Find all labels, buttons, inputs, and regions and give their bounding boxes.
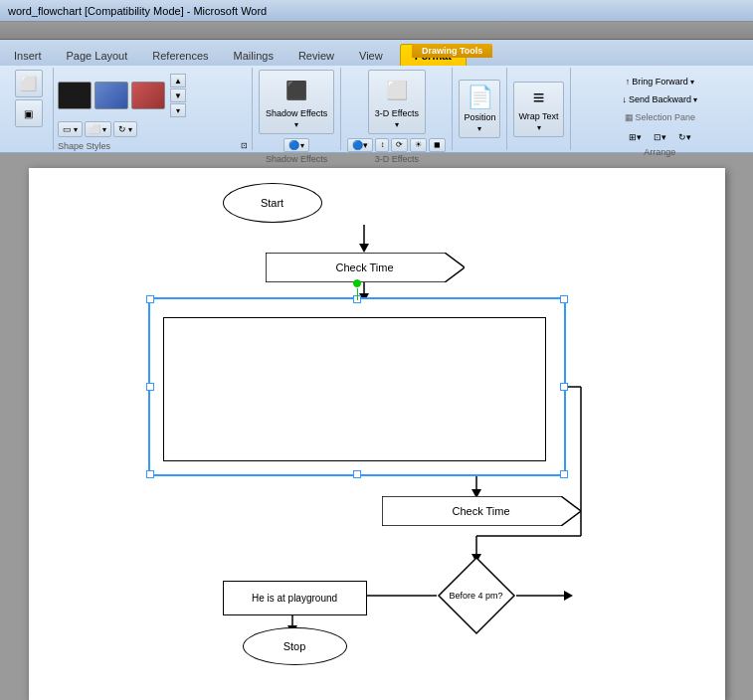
tab-view[interactable]: View (347, 46, 395, 66)
wrap-text-label: Wrap Text (518, 111, 558, 121)
shape-styles-scroll-down[interactable]: ▼ (170, 88, 186, 102)
threed-surface-btn[interactable]: ◼ (429, 138, 446, 152)
shape-icon-2[interactable]: ▣ (15, 99, 43, 127)
shape-styles-expand[interactable]: ⊡ (241, 141, 248, 150)
shadow-effects-group-label: Shadow Effects (266, 152, 327, 164)
toolbar: ⬜ ▣ ▲ ▼ ▾ ▭▾ (0, 66, 753, 153)
swatch-black[interactable] (58, 82, 92, 109)
shape-styles-more[interactable]: ▾ (170, 103, 186, 117)
tab-insert[interactable]: Insert (2, 46, 54, 66)
selection-pane-icon: ▦ (625, 112, 634, 122)
bring-forward-icon: ↑ (626, 77, 631, 87)
selected-rect[interactable] (148, 297, 566, 476)
handle-br[interactable] (560, 470, 568, 478)
shadow-effects-label: Shadow Effects (266, 108, 327, 118)
playground-box[interactable]: He is at playground (223, 581, 367, 615)
arrange-label: Arrange (644, 145, 675, 157)
threed-label: 3-D Effects (375, 108, 419, 118)
start-shape[interactable]: Start (223, 183, 322, 223)
tab-review[interactable]: Review (286, 46, 346, 66)
send-backward-label: Send Backward (629, 94, 691, 104)
bring-forward-btn[interactable]: ↑ Bring Forward ▾ (621, 74, 699, 89)
diamond-shape[interactable]: Before 4 pm? (437, 556, 516, 635)
wrap-text-group: ≡ Wrap Text ▾ (507, 68, 570, 150)
swatch-red[interactable] (131, 82, 165, 109)
check-time-1-label: Check Time (335, 262, 393, 273)
tab-references[interactable]: References (140, 46, 220, 66)
stop-shape[interactable]: Stop (243, 627, 347, 665)
threed-depth-btn[interactable]: ↕ (375, 138, 389, 152)
ribbon: Drawing Tools Insert Page Layout Referen… (0, 22, 753, 153)
send-backward-btn[interactable]: ↓ Send Backward ▾ (618, 91, 703, 107)
tab-page-layout[interactable]: Page Layout (55, 46, 140, 66)
title-text: word_flowchart [Compatibility Mode] - Mi… (8, 5, 267, 17)
title-bar: word_flowchart [Compatibility Mode] - Mi… (0, 0, 753, 22)
shape-outline-btn[interactable]: ⬜▾ (85, 121, 111, 137)
threed-effects-group: ⬜ 3-D Effects ▾ 🔵▾ ↕ ⟳ ☀ ◼ 3-D Effects (341, 68, 453, 150)
start-label: Start (261, 197, 283, 209)
tab-bar: Insert Page Layout References Mailings R… (0, 40, 753, 66)
shadow-color-btn[interactable]: 🔵▾ (283, 138, 309, 152)
shape-styles-label: Shape Styles (58, 139, 110, 151)
position-group: 📄 Position ▾ (453, 68, 507, 150)
drawing-tools-label: Drawing Tools (412, 44, 492, 58)
threed-lighting-btn[interactable]: ☀ (410, 138, 427, 152)
threed-color-btn[interactable]: 🔵▾ (347, 138, 373, 152)
shadow-effects-group: ⬛ Shadow Effects ▾ 🔵▾ Shadow Effects (253, 68, 341, 150)
rotate-btn[interactable]: ↻▾ (673, 129, 696, 145)
diamond-label: Before 4 pm? (449, 591, 502, 602)
handle-rotate[interactable] (353, 279, 361, 287)
position-label: Position (464, 112, 495, 122)
handle-tr[interactable] (560, 295, 568, 303)
send-backward-icon: ↓ (623, 94, 628, 104)
document-area: Start Check Time (0, 153, 753, 700)
handle-bm[interactable] (353, 470, 361, 478)
selection-pane-btn[interactable]: ▦ Selection Pane (620, 109, 701, 125)
handle-ml[interactable] (146, 383, 154, 391)
check-time-1-shape[interactable]: Check Time (266, 253, 465, 282)
shape-fill-btn[interactable]: ▭▾ (58, 121, 83, 137)
svg-marker-1 (359, 244, 369, 253)
handle-mr[interactable] (560, 383, 568, 391)
change-shape-btn[interactable]: ↻▾ (113, 121, 137, 137)
stop-label: Stop (283, 640, 306, 652)
threed-group-label: 3-D Effects (375, 152, 419, 164)
svg-marker-14 (564, 591, 573, 601)
threed-dir-btn[interactable]: ⟳ (391, 138, 408, 152)
document: Start Check Time (29, 168, 725, 700)
shape-styles-group: ▲ ▼ ▾ ▭▾ ⬜▾ ↻▾ (54, 68, 253, 150)
handle-tl[interactable] (146, 295, 154, 303)
shadow-effects-btn[interactable]: ⬛ Shadow Effects ▾ (259, 70, 334, 134)
tab-mailings[interactable]: Mailings (222, 46, 285, 66)
position-btn[interactable]: 📄 Position ▾ (459, 80, 500, 138)
check-time-2-shape[interactable]: Check Time (382, 496, 581, 526)
group-btn[interactable]: ⊡▾ (649, 129, 671, 145)
wrap-text-btn[interactable]: ≡ Wrap Text ▾ (513, 82, 563, 137)
handle-bl[interactable] (146, 470, 154, 478)
align-btn[interactable]: ⊞▾ (624, 129, 647, 145)
shape-icon[interactable]: ⬜ (15, 70, 43, 97)
shape-styles-scroll-up[interactable]: ▲ (170, 74, 186, 88)
bring-forward-label: Bring Forward (632, 77, 688, 87)
selection-pane-label: Selection Pane (636, 112, 696, 122)
swatch-blue[interactable] (94, 82, 128, 109)
playground-label: He is at playground (252, 593, 337, 604)
threed-effects-btn[interactable]: ⬜ 3-D Effects ▾ (368, 70, 426, 134)
check-time-2-label: Check Time (452, 505, 509, 517)
arrange-group: ↑ Bring Forward ▾ ↓ Send Backward ▾ ▦ Se… (571, 68, 749, 150)
